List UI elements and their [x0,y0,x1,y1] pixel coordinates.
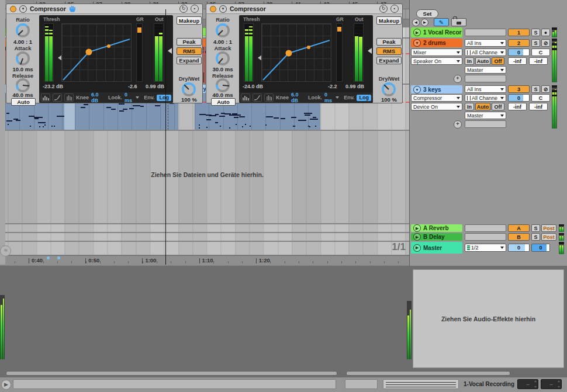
device-fold-icon[interactable]: ▼ [219,5,227,13]
return-lane-a[interactable] [5,224,409,232]
track3-solo-button[interactable]: S [531,85,540,93]
device-fold-icon[interactable]: ▼ [19,5,27,13]
release-knob[interactable] [216,78,230,92]
drywet-knob[interactable] [382,82,396,96]
track2-output[interactable]: Master [465,66,506,74]
track2-fader-chooser[interactable]: Mixer [411,48,462,56]
device-title-bar[interactable]: ▼ Compressor ↻ ▪ [206,4,402,14]
threshold-value[interactable]: -24.0 dB [243,84,263,89]
lookahead-value[interactable]: 0 ms [125,92,133,103]
cue-marker-icon[interactable] [57,256,60,259]
time-ruler[interactable]: 0:400:501:001:101:20 [5,255,409,265]
track3-pan[interactable]: 0 [508,94,530,102]
out-value[interactable]: 0.99 dB [345,84,364,89]
device-horizontal-scrollbar[interactable] [346,371,510,376]
track3-pan-center[interactable]: C [531,94,550,102]
ratio-value[interactable]: 4.00 : 1 [8,39,38,45]
release-value[interactable]: 40.0 ms [8,92,38,98]
curve-view-icon[interactable] [253,93,262,102]
returnB-solo-button[interactable]: S [531,233,540,241]
knee-value[interactable]: 6.0 dB [291,92,303,103]
peak-button[interactable]: Peak [376,38,402,46]
master-cue-out[interactable]: 1/2 [465,244,506,252]
track1-io-box[interactable] [465,29,506,36]
track2-volume[interactable]: -inf [508,57,527,65]
track2-pan-center[interactable]: C [531,48,550,56]
draw-mode-icon[interactable]: ✎ [434,18,449,26]
track3-automation-in[interactable]: In [465,103,474,110]
master-header[interactable]: ▶ Master [411,242,462,254]
rms-button[interactable]: RMS [376,47,402,55]
track2-automation-auto[interactable]: Auto [475,57,490,65]
ratio-knob[interactable] [216,23,230,37]
returnB-io-box[interactable] [465,233,506,241]
track1-arm-button[interactable]: ● [541,29,550,36]
clip-overview-box[interactable] [383,379,459,389]
cue-marker-icon[interactable] [47,256,50,259]
attack-knob[interactable] [216,51,230,65]
out-value[interactable]: 0.99 dB [146,84,164,89]
hot-swap-icon[interactable]: ↻ [379,5,388,13]
env-mode-button[interactable]: Log [157,95,171,101]
returnB-tap-button[interactable]: Post [541,233,556,241]
expand-button[interactable]: Expand [376,57,402,64]
value-display-right[interactable]: – [541,379,562,389]
track3-input-type[interactable]: All Ins [465,85,506,93]
device-horizontal-scrollbar[interactable] [6,371,337,376]
track3-input-channel[interactable]: All Channe [465,94,506,102]
out-gain-handle-icon[interactable] [365,48,372,54]
returnA-tap-button[interactable]: Post [541,224,556,232]
drywet-value[interactable]: 100 % [376,96,402,103]
track1-number[interactable]: 1 [508,29,530,36]
drywet-knob[interactable] [182,82,196,96]
auto-release-button[interactable]: Auto [11,98,36,106]
chevron-down-icon[interactable] [336,96,339,99]
track2-pan[interactable]: 0 [508,48,530,56]
play-icon[interactable]: ▶ [413,224,421,232]
attack-knob[interactable] [16,51,30,65]
track3-automation-auto[interactable]: Auto [475,103,490,110]
returnA-io-box[interactable] [465,224,506,232]
save-preset-icon[interactable]: ▪ [191,5,199,13]
hot-swap-icon[interactable]: ↻ [179,5,188,13]
threshold-value[interactable]: -23.2 dB [43,84,63,89]
track2-control-chooser[interactable]: Speaker On [411,57,462,65]
returnA-send[interactable]: A [508,224,530,232]
track2-arm-button[interactable]: ⊘ [541,39,550,47]
release-value[interactable]: 40.0 ms [208,92,238,98]
makeup-button[interactable]: Makeup [376,16,402,25]
track3-arm-button[interactable]: ⊘ [541,85,550,93]
device-on-led[interactable] [10,6,16,12]
track3-volume[interactable]: -inf [508,103,527,110]
attack-value[interactable]: 10.0 ms [8,66,38,72]
ratio-value[interactable]: 4.00 : 1 [208,39,238,45]
gain-view-icon[interactable] [264,93,274,102]
rms-button[interactable]: RMS [177,47,202,55]
track3-control-chooser[interactable]: Device On [411,103,462,110]
transfer-curve-graph[interactable] [261,23,331,82]
master-volume[interactable]: 0 [508,244,530,252]
track2-volume-b[interactable]: -inf [529,57,548,65]
expand-button[interactable]: Expand [177,57,202,64]
master-lane[interactable] [5,242,409,255]
peak-button[interactable]: Peak [177,38,202,46]
track-header-keys[interactable]: ▼ 3 keys [411,85,462,93]
track3-automation-off[interactable]: Off [492,103,504,110]
master-cue-volume[interactable]: 0 [531,244,550,252]
track1-solo-button[interactable]: S [531,29,540,36]
track3-extra-chooser[interactable] [465,120,506,128]
status-expand-icon[interactable]: ▶ [1,380,11,390]
track2-solo-button[interactable]: S [531,39,540,47]
value-display-left[interactable]: – [517,379,538,389]
add-automation-lane-icon[interactable]: + [454,120,462,129]
auto-release-button[interactable]: Auto [211,98,236,106]
knee-value[interactable]: 6.0 dB [91,92,103,103]
prev-locator-icon[interactable]: ◄ [412,19,420,26]
ratio-knob[interactable] [16,23,30,37]
track3-fader-chooser[interactable]: Compressor [411,94,462,102]
makeup-button[interactable]: Makeup [177,16,202,25]
playhead[interactable] [165,9,166,265]
add-automation-lane-icon[interactable]: + [454,75,462,83]
device-title-bar[interactable]: ▼ Compressor ↻ ▪ [6,4,202,14]
env-mode-button[interactable]: Log [357,95,371,101]
